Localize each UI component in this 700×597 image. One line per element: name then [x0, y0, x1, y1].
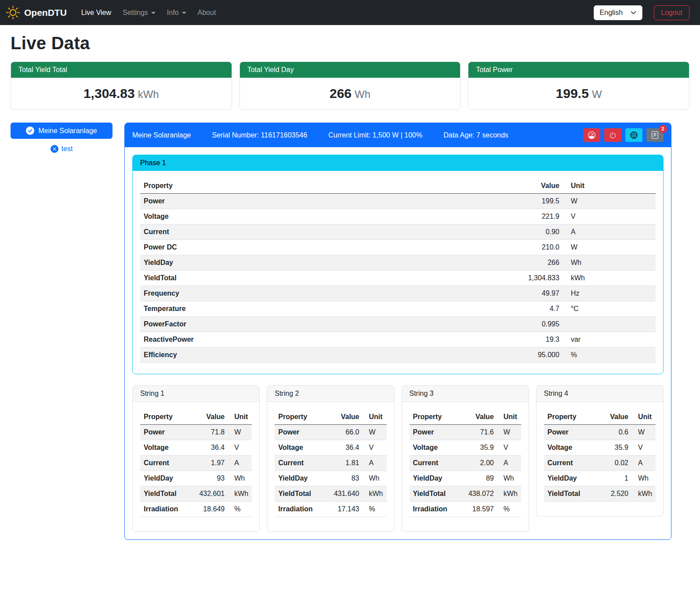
- table-row: Power199.5W: [140, 194, 656, 209]
- value-cell: 83: [330, 471, 363, 486]
- property-cell: Voltage: [544, 440, 600, 456]
- unit-cell: W: [228, 425, 252, 440]
- column-header-value: Value: [511, 178, 563, 194]
- sun-icon: [6, 6, 20, 19]
- property-cell: YieldDay: [140, 255, 511, 271]
- limit-settings-button[interactable]: [583, 128, 600, 142]
- value-cell: 199.5: [511, 194, 563, 209]
- value-cell: 89: [465, 471, 497, 486]
- string-card-body: Property Value Unit Power0.6W Voltage35.…: [537, 402, 663, 516]
- summary-value: 199.5: [556, 86, 589, 101]
- string-card-title: String 2: [267, 386, 394, 402]
- logout-button[interactable]: Logout: [654, 5, 689, 20]
- page-title: Live Data: [11, 33, 689, 53]
- gauge-icon: [588, 131, 595, 139]
- inverter-button-selected[interactable]: Meine Solaranlage: [11, 123, 112, 139]
- nav-item-info[interactable]: Info: [161, 5, 192, 20]
- property-cell: Power DC: [140, 240, 511, 255]
- unit-cell: A: [363, 456, 387, 471]
- property-cell: Efficiency: [140, 347, 511, 363]
- unit-cell: Wh: [363, 471, 387, 486]
- property-cell: Voltage: [410, 440, 465, 456]
- language-select[interactable]: English: [594, 5, 642, 20]
- table-row: Voltage35.9V: [544, 440, 656, 456]
- brand-link[interactable]: OpenDTU: [6, 6, 67, 19]
- table-row: Voltage35.9V: [410, 440, 521, 456]
- property-cell: YieldDay: [544, 471, 600, 486]
- table-header-row: Property Value Unit: [544, 409, 656, 425]
- summary-card-total-yield-day: Total Yield Day 266Wh: [239, 62, 461, 110]
- event-count-badge: 2: [659, 125, 667, 133]
- phase-card-title: Phase 1: [133, 155, 663, 171]
- property-cell: Current: [544, 456, 600, 471]
- check-circle-icon: [26, 127, 34, 135]
- property-cell: Frequency: [140, 286, 511, 301]
- property-cell: YieldTotal: [140, 271, 511, 286]
- property-cell: YieldDay: [140, 471, 196, 486]
- column-header-property: Property: [140, 409, 196, 425]
- value-cell: 95.000: [511, 347, 563, 363]
- property-cell: YieldTotal: [544, 486, 600, 502]
- unit-cell: Wh: [228, 471, 252, 486]
- chevron-down-icon: [631, 10, 636, 15]
- table-row: Voltage36.4V: [275, 440, 386, 456]
- value-cell: 0.90: [511, 224, 563, 240]
- value-cell: 1.97: [196, 456, 228, 471]
- unit-cell: kWh: [632, 486, 656, 502]
- table-row: PowerFactor0.995: [140, 317, 656, 332]
- table-row: Power DC210.0W: [140, 240, 656, 255]
- power-control-button[interactable]: [604, 128, 621, 142]
- string-table: Property Value Unit Power0.6W Voltage35.…: [544, 409, 656, 502]
- event-log-button[interactable]: 2: [646, 128, 664, 142]
- inverter-data-age: Data Age: 7 seconds: [443, 131, 508, 139]
- inverter-button-test[interactable]: test: [11, 145, 112, 153]
- string-card-body: Property Value Unit Power71.8W Voltage36…: [133, 402, 259, 532]
- table-row: Irradiation17.143%: [275, 502, 386, 517]
- property-cell: Power: [140, 425, 196, 440]
- property-cell: YieldDay: [275, 471, 330, 486]
- nav-item-settings[interactable]: Settings: [117, 5, 161, 20]
- table-row: YieldDay266Wh: [140, 255, 656, 271]
- property-cell: Power: [275, 425, 330, 440]
- unit-cell: kWh: [563, 271, 656, 286]
- value-cell: 71.8: [196, 425, 228, 440]
- unit-cell: W: [632, 425, 656, 440]
- phase-table: Property Value Unit Power199.5W Voltage2…: [140, 178, 656, 363]
- inverter-test-label: test: [62, 145, 73, 153]
- x-circle-icon: [51, 145, 58, 153]
- unit-cell: %: [497, 502, 521, 517]
- value-cell: 210.0: [511, 240, 563, 255]
- nav-item-about[interactable]: About: [192, 5, 222, 20]
- table-row: YieldDay1Wh: [544, 471, 656, 486]
- summary-card-total-yield-total: Total Yield Total 1,304.83kWh: [11, 62, 232, 110]
- unit-cell: A: [632, 456, 656, 471]
- table-row: YieldTotal1,304.833kWh: [140, 271, 656, 286]
- value-cell: 66.0: [330, 425, 363, 440]
- property-cell: Temperature: [140, 301, 511, 317]
- value-cell: 221.9: [511, 209, 563, 224]
- brand-label: OpenDTU: [24, 7, 67, 18]
- summary-cards-row: Total Yield Total 1,304.83kWh Total Yiel…: [11, 62, 689, 110]
- device-info-button[interactable]: [625, 128, 642, 142]
- value-cell: 35.9: [465, 440, 497, 456]
- journal-text-icon: [651, 131, 659, 139]
- table-row: YieldTotal431.640kWh: [275, 486, 386, 502]
- unit-cell: V: [497, 440, 521, 456]
- unit-cell: V: [363, 440, 387, 456]
- table-row: Irradiation18.649%: [140, 502, 252, 517]
- nav-item-live-view[interactable]: Live View: [76, 5, 117, 20]
- string-table: Property Value Unit Power66.0W Voltage36…: [275, 409, 386, 517]
- value-cell: 2.00: [465, 456, 497, 471]
- property-cell: YieldTotal: [275, 486, 330, 502]
- value-cell: 36.4: [330, 440, 363, 456]
- value-cell: 438.072: [465, 486, 497, 502]
- table-header-row: Property Value Unit: [410, 409, 521, 425]
- unit-cell: %: [563, 347, 656, 363]
- unit-cell: A: [497, 456, 521, 471]
- property-cell: YieldTotal: [140, 486, 196, 502]
- table-header-row: Property Value Unit: [275, 409, 386, 425]
- table-row: Power71.8W: [140, 425, 252, 440]
- value-cell: 0.02: [599, 456, 632, 471]
- table-row: Frequency49.97Hz: [140, 286, 656, 301]
- property-cell: ReactivePower: [140, 332, 511, 347]
